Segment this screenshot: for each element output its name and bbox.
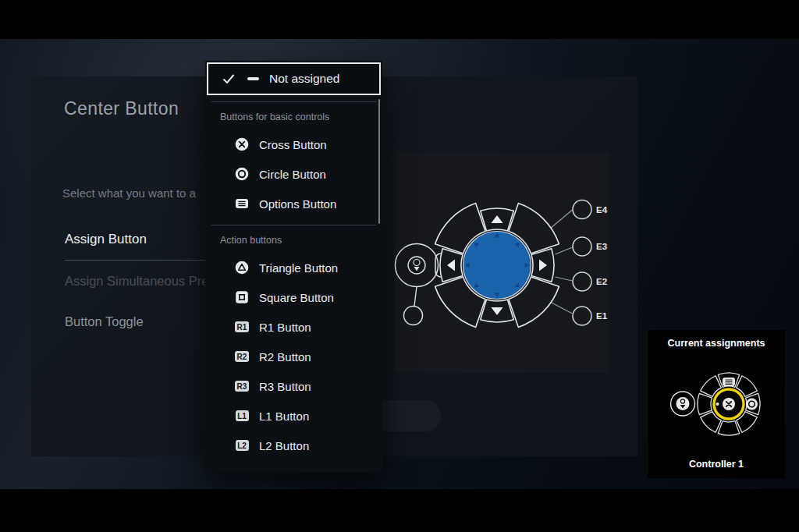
- controller-label: Controller 1: [648, 459, 785, 470]
- current-assignments-diagram: [648, 330, 785, 478]
- dropdown-item-options-button[interactable]: Options Button: [211, 189, 376, 218]
- l1-badge-icon: L1: [234, 410, 250, 421]
- dropdown-item-l1-button[interactable]: L1L1 Button: [211, 401, 376, 431]
- menu-item-button-toggle[interactable]: Button Toggle: [65, 314, 144, 329]
- dropdown-selected-label: Not assigned: [269, 72, 339, 86]
- dropdown-item-cross-button[interactable]: Cross Button: [211, 129, 376, 159]
- dropdown-item-label: L1 Button: [259, 410, 309, 423]
- letterbox-top: [0, 0, 799, 39]
- screen: Center Button Select what you want to a …: [0, 0, 799, 532]
- r2-badge-icon: R2: [234, 351, 250, 362]
- e4-port-icon: [573, 200, 591, 219]
- e1-label: E1: [596, 311, 608, 321]
- l2-badge-icon: L2: [234, 440, 250, 451]
- not-assigned-icon: [245, 77, 261, 80]
- menu-item-assign-simultaneous[interactable]: Assign Simultaneous Pre: [65, 274, 208, 289]
- e3-label: E3: [596, 242, 607, 251]
- dropdown-item-l2-button[interactable]: L2L2 Button: [211, 431, 376, 460]
- dropdown-item-circle-button[interactable]: Circle Button: [211, 159, 376, 189]
- circle-button-icon: [234, 167, 250, 181]
- options-button-icon: [234, 198, 250, 209]
- dropdown-item-r1-button[interactable]: R1R1 Button: [211, 312, 376, 342]
- joystick-icon: [396, 244, 439, 325]
- cross-button-icon: [234, 137, 250, 151]
- dropdown-section-buttons-for-basic-controls: Buttons for basic controlsCross ButtonCi…: [211, 101, 376, 218]
- dropdown-item-triangle-button[interactable]: Triangle Button: [211, 253, 376, 282]
- controller-diagram-box: E4 E3 E2 E1: [394, 152, 609, 373]
- r1-badge-icon: R1: [234, 321, 250, 332]
- e4-label: E4: [596, 205, 608, 215]
- letterbox-bottom: [0, 489, 799, 532]
- dropdown-item-not-assigned[interactable]: Not assigned: [207, 62, 381, 95]
- mini-joystick-icon: [671, 392, 695, 416]
- dropdown-item-label: Square Button: [259, 291, 334, 304]
- e2-label: E2: [596, 277, 607, 286]
- dropdown-section-action-buttons: Action buttonsTriangle ButtonSquare Butt…: [211, 225, 376, 460]
- e3-port-icon: [573, 237, 591, 256]
- page-subtitle: Select what you want to a: [62, 186, 196, 200]
- current-assignments-panel: Current assignments: [648, 330, 785, 478]
- menu-item-assign-button[interactable]: Assign Button: [65, 232, 147, 247]
- triangle-button-icon: [234, 261, 250, 275]
- dropdown-scrollbar[interactable]: [378, 99, 380, 224]
- e1-port-icon: [573, 307, 591, 325]
- checkmark-icon: [221, 73, 236, 85]
- mini-options-icon: [723, 378, 735, 386]
- e2-port-icon: [573, 272, 591, 291]
- center-button-highlight[interactable]: [463, 232, 531, 300]
- dropdown-item-label: L2 Button: [259, 439, 309, 452]
- dropdown-item-label: R2 Button: [259, 350, 311, 364]
- dropdown-item-square-button[interactable]: Square Button: [211, 282, 376, 312]
- assignment-dropdown: Not assigned Buttons for basic controlsC…: [205, 61, 382, 472]
- dropdown-item-r3-button[interactable]: R3R3 Button: [211, 371, 376, 401]
- controller-diagram: E4 E3 E2 E1: [394, 152, 609, 373]
- dropdown-item-r2-button[interactable]: R2R2 Button: [211, 342, 376, 371]
- dropdown-section-header: Action buttons: [211, 232, 376, 253]
- dropdown-section-header: Buttons for basic controls: [211, 108, 376, 129]
- dropdown-item-label: Circle Button: [259, 168, 326, 181]
- square-button-icon: [234, 290, 250, 304]
- dropdown-item-label: Options Button: [259, 197, 336, 211]
- mini-cross-button-icon: [723, 398, 735, 410]
- dropdown-item-label: R1 Button: [259, 321, 311, 334]
- r3-badge-icon: R3: [234, 381, 250, 392]
- dropdown-item-label: Triangle Button: [259, 261, 338, 275]
- mini-center-dot: [716, 403, 719, 406]
- dropdown-item-label: R3 Button: [259, 380, 311, 393]
- page-title: Center Button: [64, 98, 179, 119]
- mini-circle-button-icon: [746, 399, 758, 410]
- dropdown-item-label: Cross Button: [259, 138, 327, 151]
